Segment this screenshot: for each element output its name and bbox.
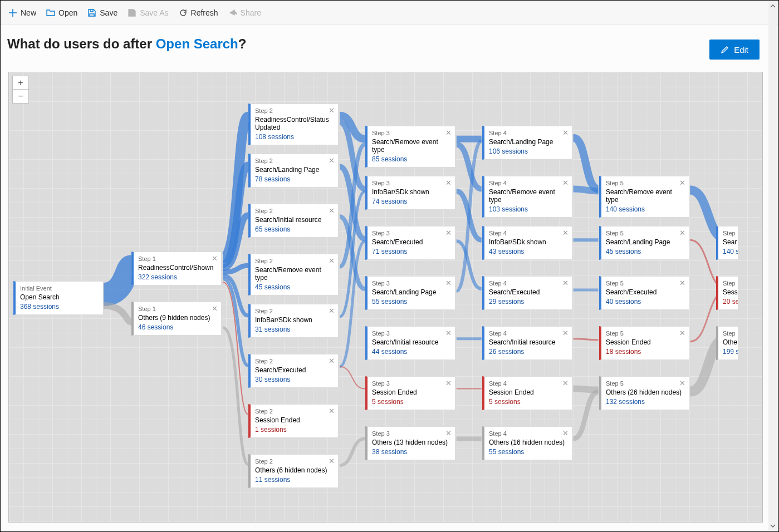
vertical-scrollbar[interactable] (768, 2, 777, 530)
node-title: Open Search (20, 292, 99, 303)
close-icon[interactable]: ✕ (329, 307, 335, 315)
flow-node[interactable]: Step 2Search/Executed30 sessions✕ (248, 354, 339, 388)
node-title: Search/Initial resource (372, 337, 450, 348)
node-sessions: 5 sessions (372, 398, 450, 406)
close-icon[interactable]: ✕ (212, 304, 218, 313)
flow-node[interactable]: StepSessi20 se✕ (716, 276, 738, 310)
flow-node[interactable]: Step 4InfoBar/SDk shown43 sessions✕ (482, 226, 572, 260)
flow-node[interactable]: Step 3Search/Landing Page55 sessions✕ (365, 276, 455, 310)
node-title: Search/Executed (372, 237, 450, 248)
flow-node[interactable]: Step 3Others (13 hidden nodes)38 session… (365, 426, 455, 460)
node-step: Step 1 (138, 255, 217, 262)
edit-label: Edit (734, 45, 748, 55)
close-icon[interactable]: ✕ (329, 257, 335, 265)
flow-node[interactable]: Step 5Session Ended18 sessions✕ (599, 326, 689, 360)
node-step: Initial Event (20, 285, 99, 292)
node-title: Search/Executed (489, 287, 567, 298)
flow-node[interactable]: Step 2InfoBar/SDk shown31 sessions✕ (248, 304, 339, 338)
close-icon[interactable]: ✕ (445, 329, 452, 337)
save-as-icon (128, 8, 136, 17)
node-step: Step 2 (255, 308, 334, 314)
flow-node[interactable]: Step 4Search/Remove event type103 sessio… (482, 176, 572, 218)
close-icon[interactable]: ✕ (445, 179, 452, 187)
node-step: Step (723, 280, 733, 287)
flow-node[interactable]: Step 5Others (26 hidden nodes)132 sessio… (599, 376, 689, 410)
close-icon[interactable]: ✕ (562, 429, 569, 437)
close-icon[interactable]: ✕ (445, 379, 452, 387)
close-icon[interactable]: ✕ (329, 457, 335, 465)
userflow-canvas[interactable]: + − (8, 72, 763, 523)
node-title: Search/Initial resource (255, 214, 334, 225)
flow-node[interactable]: Step 2Search/Remove event type45 session… (248, 254, 339, 295)
flow-node[interactable]: Step 2Session Ended1 sessions✕ (248, 404, 339, 438)
close-icon[interactable]: ✕ (562, 279, 569, 287)
zoom-in-button[interactable]: + (13, 76, 28, 90)
close-icon[interactable]: ✕ (445, 279, 452, 287)
refresh-label: Refresh (191, 8, 218, 17)
zoom-out-button[interactable]: − (13, 90, 28, 103)
save-as-button: Save As (128, 8, 168, 17)
share-icon (228, 8, 237, 17)
save-button[interactable]: Save (87, 8, 117, 17)
close-icon[interactable]: ✕ (562, 229, 569, 237)
flow-node[interactable]: Step 1Others (9 hidden nodes)46 sessions… (131, 302, 222, 336)
flow-node[interactable]: Step 2Search/Initial resource65 sessions… (248, 204, 339, 238)
close-icon[interactable]: ✕ (445, 229, 452, 237)
close-icon[interactable]: ✕ (679, 229, 685, 237)
node-step: Step 3 (372, 430, 450, 437)
close-icon[interactable]: ✕ (562, 329, 569, 337)
node-step: Step 4 (489, 180, 567, 186)
close-icon[interactable]: ✕ (329, 156, 335, 165)
close-icon[interactable]: ✕ (679, 279, 685, 287)
node-sessions: 65 sessions (255, 225, 334, 233)
new-button[interactable]: New (8, 8, 36, 17)
flow-node[interactable]: Step 3Search/Executed71 sessions✕ (365, 226, 455, 260)
close-icon[interactable]: ✕ (679, 379, 685, 387)
edit-button[interactable]: Edit (709, 40, 760, 60)
node-step: Step 2 (255, 458, 334, 465)
flow-node[interactable]: Step 3Search/Initial resource44 sessions… (365, 326, 455, 360)
flow-node[interactable]: Step 5Search/Executed40 sessions✕ (599, 276, 689, 310)
scroll-down-button[interactable] (768, 521, 777, 530)
flow-node[interactable]: Step 1ReadinessControl/Shown322 sessions… (131, 252, 222, 285)
flow-node[interactable]: Step 3InfoBar/SDk shown74 sessions✕ (365, 176, 455, 210)
flow-node[interactable]: Step 5Search/Remove event type140 sessio… (599, 176, 689, 218)
close-icon[interactable]: ✕ (562, 129, 569, 137)
flow-node[interactable]: Step 2Search/Landing Page78 sessions✕ (248, 154, 339, 188)
node-title: Session Ended (489, 387, 567, 398)
close-icon[interactable]: ✕ (329, 407, 335, 415)
node-title: Others (26 hidden nodes) (606, 387, 684, 398)
flow-node[interactable]: Step 4Search/Landing Page106 sessions✕ (482, 126, 572, 160)
node-sessions: 322 sessions (138, 273, 217, 281)
flow-node[interactable]: Step 2ReadinessControl/Status Updated108… (248, 104, 339, 145)
open-button[interactable]: Open (46, 8, 77, 17)
close-icon[interactable]: ✕ (329, 206, 335, 215)
close-icon[interactable]: ✕ (329, 357, 335, 365)
refresh-button[interactable]: Refresh (179, 8, 218, 17)
flow-node[interactable]: StepSear140 s✕ (716, 226, 738, 260)
flow-node[interactable]: Step 3Session Ended5 sessions✕ (365, 376, 455, 410)
flow-node[interactable]: Step 4Others (16 hidden nodes)55 session… (482, 426, 572, 460)
close-icon[interactable]: ✕ (562, 379, 569, 387)
flow-node[interactable]: Step 5Search/Landing Page45 sessions✕ (599, 226, 689, 260)
flow-node[interactable]: Step 2Others (6 hidden nodes)11 sessions… (248, 454, 339, 488)
close-icon[interactable]: ✕ (445, 429, 452, 437)
close-icon[interactable]: ✕ (562, 179, 569, 187)
node-title: Others (13 hidden nodes) (372, 437, 450, 448)
scroll-up-button[interactable] (768, 2, 777, 11)
close-icon[interactable]: ✕ (679, 329, 685, 337)
flow-node[interactable]: Step 4Session Ended5 sessions✕ (482, 376, 572, 410)
flow-node[interactable]: Step 4Search/Executed29 sessions✕ (482, 276, 572, 310)
close-icon[interactable]: ✕ (212, 254, 218, 263)
node-title: InfoBar/SDk shown (489, 237, 567, 248)
flow-node[interactable]: Step 3Search/Remove event type85 session… (365, 126, 455, 168)
close-icon[interactable]: ✕ (445, 129, 452, 137)
node-sessions: 18 sessions (606, 348, 684, 356)
flow-node[interactable]: Initial EventOpen Search368 sessions (13, 281, 104, 315)
close-icon[interactable]: ✕ (329, 106, 335, 115)
flow-node[interactable]: StepOthe199 s✕ (716, 326, 738, 360)
node-sessions: 44 sessions (372, 348, 450, 356)
node-sessions: 29 sessions (489, 298, 567, 306)
flow-node[interactable]: Step 4Search/Initial resource26 sessions… (482, 326, 572, 360)
close-icon[interactable]: ✕ (679, 179, 685, 187)
